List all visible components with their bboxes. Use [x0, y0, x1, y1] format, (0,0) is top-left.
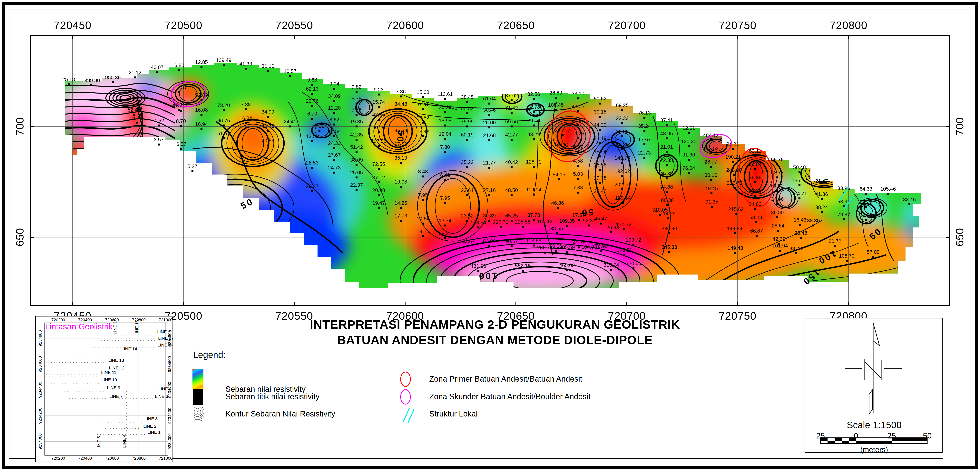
data-point-value: 26.88 — [859, 212, 872, 218]
y-tick-label: 650 — [953, 228, 966, 246]
data-point-value: 90.10 — [372, 124, 385, 130]
data-point — [178, 109, 180, 111]
data-point-value: 7.30 — [315, 123, 325, 129]
data-point — [555, 97, 557, 99]
data-point-value: 7.38 — [241, 102, 251, 107]
inset-y-tick: 9234600 — [167, 356, 172, 372]
zona-primer-ellipse-icon — [400, 372, 411, 387]
data-point — [600, 250, 602, 252]
data-point-value: 28.31 — [727, 141, 739, 147]
data-point — [843, 218, 845, 220]
data-point-value: 59.56 — [505, 119, 518, 124]
inset-y-tick: 9234200 — [167, 408, 172, 424]
data-point-value: 9.28 — [418, 102, 428, 107]
data-point-value: 30.16 — [705, 172, 717, 178]
data-point — [800, 237, 802, 239]
data-point — [643, 130, 646, 132]
data-point — [733, 174, 735, 176]
data-point-value: 4.52 — [154, 118, 164, 124]
data-point-value: 39.89 — [483, 213, 496, 219]
data-point-value: 119.14 — [526, 187, 541, 193]
data-point — [600, 223, 602, 224]
data-point — [444, 151, 446, 153]
data-point — [180, 125, 182, 127]
data-point-value: 33.10 — [571, 91, 584, 97]
data-point — [795, 252, 797, 254]
data-point-value: 17.67 — [638, 137, 651, 142]
data-point-value: 24.33 — [328, 140, 340, 146]
data-point-value: 149.48 — [727, 245, 743, 251]
data-point-value: 552.16 — [515, 263, 531, 269]
data-point-value: 14.54 — [328, 129, 340, 134]
data-point-value: 42.66 — [772, 236, 785, 242]
data-point — [776, 163, 778, 165]
data-point-value: 7.36 — [396, 89, 406, 94]
data-point — [444, 111, 446, 113]
data-point — [599, 142, 601, 144]
data-point-value: 63.96 — [483, 238, 496, 244]
data-point — [488, 194, 490, 196]
data-point — [378, 181, 380, 183]
data-point-value: 8.70 — [176, 118, 186, 124]
data-point-value: 48.95 — [660, 130, 673, 137]
data-point-value: 189.54 — [615, 195, 631, 201]
data-point-value: 15.74 — [372, 99, 385, 105]
y-tick-label: 700 — [953, 117, 966, 135]
data-point — [356, 177, 358, 178]
data-point-value: 10.82 — [417, 115, 429, 121]
data-point — [710, 139, 712, 141]
data-point-value: 34.09 — [328, 93, 340, 99]
data-point — [533, 98, 535, 100]
data-point-value: 481.90 — [471, 263, 486, 269]
data-point — [624, 254, 625, 256]
data-point — [666, 137, 668, 139]
data-point-value: 126.83 — [603, 224, 619, 231]
data-point-value: 5.27 — [188, 163, 197, 169]
data-point-value: 330.90 — [662, 226, 677, 231]
data-point — [821, 211, 822, 213]
legend-black-rect-icon — [193, 389, 203, 405]
data-point-value: 18.94 — [594, 149, 606, 154]
data-point-value: 9.68 — [307, 77, 317, 83]
inset-x-tick: 721000 — [159, 317, 172, 322]
data-point — [732, 148, 734, 150]
data-point — [544, 225, 546, 227]
data-point — [865, 193, 867, 195]
data-point-value: 13.58 — [306, 133, 318, 139]
data-point — [444, 98, 446, 100]
data-point — [732, 161, 734, 163]
data-point — [333, 100, 336, 102]
data-point — [400, 108, 402, 110]
data-point-value: 184.93 — [581, 244, 597, 250]
data-point-value: 50.62 — [594, 96, 606, 102]
data-point — [577, 165, 579, 167]
data-point-value: 66.75 — [217, 118, 230, 124]
inset-x-tick: 720200 — [51, 317, 65, 322]
inset-y-tick: 9234800 — [38, 330, 42, 346]
data-point — [799, 197, 800, 199]
data-point-value: 83.29 — [527, 131, 540, 137]
data-point — [68, 83, 70, 85]
data-point — [378, 145, 380, 147]
data-point-value: 313.74 — [603, 262, 619, 268]
data-point — [688, 172, 690, 174]
data-point-value: 55.53 — [461, 105, 474, 111]
data-point-value: 45.47 — [594, 216, 607, 221]
data-point — [200, 66, 202, 68]
data-point — [178, 91, 180, 93]
data-point — [599, 103, 601, 105]
data-point — [846, 260, 848, 262]
data-point — [643, 117, 646, 119]
data-point-value: 9.82 — [352, 84, 362, 90]
data-point-value: 5.78 — [352, 96, 362, 102]
data-point-value: 13.42 — [417, 129, 429, 134]
contour-label: 100 — [477, 271, 498, 282]
data-point — [422, 235, 424, 237]
data-point — [511, 166, 512, 168]
x-tick-label: 720550 — [275, 19, 313, 32]
data-point-value: 101.94 — [772, 243, 788, 249]
data-point — [710, 166, 712, 168]
data-point — [134, 76, 136, 78]
survey-line-label: LINE 11 — [101, 370, 116, 375]
data-point-value: 26.48 — [794, 230, 807, 236]
